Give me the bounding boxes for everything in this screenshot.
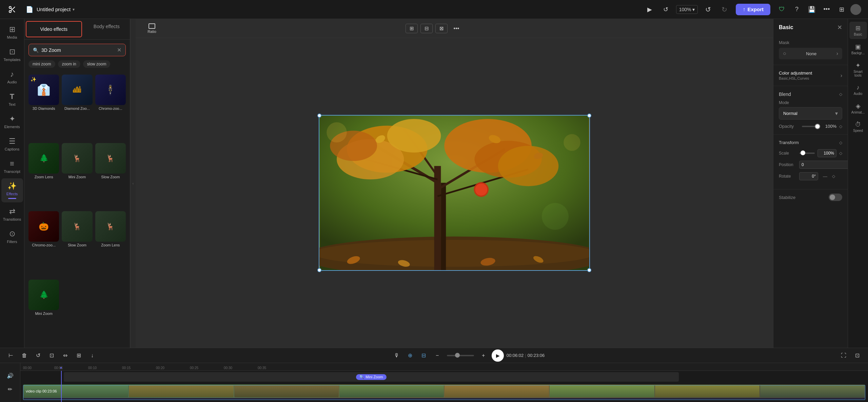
tag-mini-zoom[interactable]: mini zoom [28,60,55,68]
effect-diamond-zoom[interactable]: 🏙 Diamond Zoo... [62,75,92,140]
more-timeline-btn[interactable]: ↓ [87,350,98,361]
split-line-btn[interactable]: ⊟ [418,350,429,361]
zoom-out-timeline-btn[interactable]: − [432,350,443,361]
redo-btn[interactable]: ↻ [718,3,730,16]
tab-body-effects[interactable]: Body effects [83,19,130,39]
color-adj-sub: Basic,HSL,Curves [779,76,812,80]
zoom-selector[interactable]: 100% ▾ [676,5,698,14]
fullscreen-timeline-btn[interactable]: ⛶ [838,350,849,361]
layout-icon[interactable]: ⊞ [835,3,848,16]
play-button[interactable]: ▶ [492,349,504,362]
flip-btn[interactable]: ⇔ [60,350,71,361]
mask-none-icon: ○ [783,51,786,57]
effect-zoom-lens[interactable]: 🌲 Zoom Lens [28,143,59,209]
stabilize-toggle[interactable] [829,194,842,201]
undo-btn[interactable]: ↺ [702,3,714,16]
position-x-input[interactable] [799,161,855,169]
rotate-input[interactable] [799,172,818,180]
scale-diamond-icon[interactable]: ◇ [839,151,842,156]
opacity-diamond-icon[interactable]: ◇ [839,124,842,129]
tab-video-effects[interactable]: Video effects [26,21,82,37]
effect-chromo-zoom1[interactable]: 🕴 Chromo-zoo... [95,75,126,140]
right-sidebar-item-speed[interactable]: ⏱ Speed [849,118,867,135]
effect-chromo-zoom2[interactable]: 🎃 Chromo-zoo... [28,211,59,277]
loop-btn[interactable]: ↺ [660,3,672,16]
canvas-corner-tr[interactable] [587,114,591,118]
effect-mini-zoom1[interactable]: 🦌 Mini Zoom [62,143,92,209]
transform-diamond-icon[interactable]: ◇ [839,140,842,145]
rotate-diamond-icon[interactable]: ◇ [832,174,835,179]
captions-timeline-btn[interactable]: ⊡ [852,350,863,361]
mask-value: None [806,51,816,56]
timeline-zoom-slider[interactable] [447,355,474,356]
sidebar-item-templates[interactable]: ⊡ Templates [1,44,23,65]
help-icon[interactable]: ? [791,3,803,16]
left-sidebar: ⊞ Media ⊡ Templates ♪ Audio T Text ✦ Ele… [0,19,24,348]
effects-active-bar [8,198,16,199]
more-options-icon[interactable]: ••• [821,3,833,16]
play-btn[interactable]: ▶ [644,3,656,16]
expand-btn[interactable]: ⊠ [435,24,448,33]
effect-mini-zoom2[interactable]: 🌲 Mini Zoom [28,280,59,345]
save-icon[interactable]: 💾 [806,3,818,16]
sidebar-item-transitions[interactable]: ⇄ Transitions [1,204,23,225]
right-sidebar-item-background[interactable]: ▣ Backgr... [849,40,867,58]
export-button[interactable]: ↑ Export [736,4,770,15]
effect-slow-zoom2[interactable]: 🦌 Slow Zoom [62,211,92,277]
right-sidebar-item-basic[interactable]: ⊞ Basic [849,22,867,39]
sidebar-item-captions[interactable]: ☰ Captions [1,134,23,155]
mask-label: Mask [779,40,842,45]
topbar: 📄 Untitled project ▾ ▶ ↺ 100% ▾ ↺ ↻ ↑ Ex… [0,0,868,19]
mic-btn[interactable]: 🎙 [391,350,402,361]
transform-label: Transform [779,140,799,145]
sidebar-item-audio[interactable]: ♪ Audio [1,66,23,87]
volume-btn[interactable]: 🔊 [5,370,16,381]
canvas-corner-br[interactable] [587,268,591,272]
panel-collapse-handle[interactable]: ‹ [130,19,136,348]
color-adj-row[interactable]: Color adjustment Basic,HSL,Curves › [779,71,842,80]
sidebar-item-text[interactable]: T Text [1,89,23,110]
project-name-button[interactable]: 📄 Untitled project ▾ [23,4,77,15]
effect-3d-diamonds[interactable]: 👔 ✨ 3D Diamonds [28,75,59,140]
sidebar-item-elements[interactable]: ✦ Elements [1,111,23,132]
crop-timeline-btn[interactable]: ⊡ [46,350,57,361]
blend-diamond-icon[interactable]: ◇ [839,92,842,97]
crop-btn[interactable]: ⊟ [420,24,433,33]
split-btn[interactable]: ⊢ [5,350,16,361]
sidebar-item-effects[interactable]: ✨ Effects [1,178,23,202]
ratio-button[interactable]: Ratio [142,20,161,37]
right-sidebar-item-audio[interactable]: ♪ Audio [849,81,867,98]
clear-search-icon[interactable]: ✕ [117,47,121,53]
sidebar-item-filters[interactable]: ⊙ Filters [1,226,23,247]
search-input[interactable] [41,47,114,53]
tag-zoom-in[interactable]: zoom in [58,60,80,68]
zoom-in-timeline-btn[interactable]: + [478,350,489,361]
canvas-more-btn[interactable]: ••• [450,22,462,35]
close-panel-icon[interactable]: ✕ [837,24,842,31]
timeline-time: 00:06:02 | 00:23:06 [507,353,545,358]
canvas-corner-bl[interactable] [317,268,321,272]
blend-mode-value: Normal [783,111,797,116]
tag-slow-zoom[interactable]: slow zoom [83,60,111,68]
effect-track-clip[interactable]: 🔍 Mini Zoom [64,372,679,382]
effect-zoom-lens2[interactable]: 🦌 Zoom Lens [95,211,126,277]
sidebar-item-transcript[interactable]: ≡ Transcript [1,156,23,177]
blend-mode-selector[interactable]: Normal ▾ [779,107,842,120]
opacity-slider[interactable] [802,126,820,127]
scale-input[interactable] [817,149,836,157]
mask-selector[interactable]: ○ None › [779,48,842,59]
canvas-corner-tl[interactable] [317,114,321,118]
colorize-btn[interactable]: ⊕ [405,350,416,361]
right-panel: Basic ✕ Mask ○ None › Color adjustment B… [773,19,848,348]
scale-slider[interactable] [799,153,815,154]
delete-btn[interactable]: 🗑 [19,350,30,361]
transform-timeline-btn[interactable]: ⊞ [73,350,84,361]
undo-timeline-btn[interactable]: ↺ [33,350,43,361]
sidebar-item-media[interactable]: ⊞ Media [1,22,23,43]
edit-timeline-btn[interactable]: ✏ [5,384,16,395]
video-track-clip[interactable]: video clip 00:23:06 [23,384,865,398]
right-sidebar-item-smart-tools[interactable]: ✦ Smart tools [849,59,867,80]
effect-slow-zoom1[interactable]: 🦌 Slow Zoom [95,143,126,209]
right-sidebar-item-animate[interactable]: ◈ Animat... [849,100,867,117]
fit-screen-btn[interactable]: ⊞ [406,24,418,33]
